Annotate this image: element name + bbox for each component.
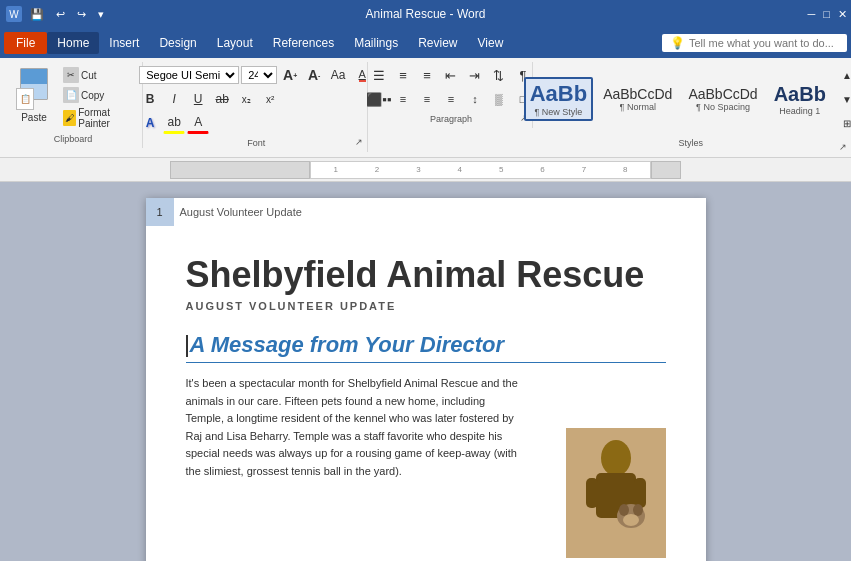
svg-point-7 <box>619 504 629 516</box>
align-left-button[interactable]: ⬛▪▪ <box>368 88 390 110</box>
italic-button[interactable]: I <box>163 88 185 110</box>
copy-button[interactable]: 📄 Copy <box>60 86 136 104</box>
strikethrough-button[interactable]: ab <box>211 88 233 110</box>
styles-more[interactable]: ⊞ <box>836 112 851 134</box>
menu-design[interactable]: Design <box>149 32 206 54</box>
menu-review[interactable]: Review <box>408 32 467 54</box>
multilevel-button[interactable]: ≡ <box>416 64 438 86</box>
paragraph-label: Paragraph <box>376 114 525 124</box>
svg-rect-4 <box>586 478 598 508</box>
font-color-button[interactable]: A <box>187 112 209 134</box>
document-body: It's been a spectacular month for Shelby… <box>186 375 526 481</box>
svg-point-1 <box>601 440 631 476</box>
format-painter-button[interactable]: 🖌 Format Painter <box>60 106 136 130</box>
svg-point-9 <box>623 514 639 526</box>
sort-button[interactable]: ⇅ <box>488 64 510 86</box>
clipboard-label: Clipboard <box>10 134 136 144</box>
font-name-select[interactable]: Segoe UI Semi <box>139 66 239 84</box>
numbering-button[interactable]: ≡ <box>392 64 414 86</box>
menu-view[interactable]: View <box>468 32 514 54</box>
svg-rect-5 <box>634 478 646 508</box>
align-right-button[interactable]: ≡ <box>416 88 438 110</box>
document-title: Shelbyfield Animal Rescue <box>186 254 666 296</box>
customize-button[interactable]: ▾ <box>94 8 108 21</box>
text-effects-button[interactable]: A <box>139 112 161 134</box>
decrease-indent-button[interactable]: ⇤ <box>440 64 462 86</box>
bullets-button[interactable]: ☰ <box>368 64 390 86</box>
minimize-button[interactable]: ─ <box>804 8 820 21</box>
justify-button[interactable]: ≡ <box>440 88 462 110</box>
lightbulb-icon: 💡 <box>670 36 685 50</box>
photo-image <box>566 428 666 558</box>
change-case-button[interactable]: Aa <box>327 64 349 86</box>
style-no-spacing[interactable]: AaBbCcDd ¶ No Spacing <box>682 82 763 117</box>
menu-home[interactable]: Home <box>47 32 99 54</box>
text-highlight-button[interactable]: ab <box>163 112 185 134</box>
subscript-button[interactable]: x₂ <box>235 88 257 110</box>
word-icon: W <box>6 6 22 22</box>
tell-me-input[interactable] <box>689 37 839 49</box>
align-center-button[interactable]: ≡ <box>392 88 414 110</box>
bold-button[interactable]: B <box>139 88 161 110</box>
increase-indent-button[interactable]: ⇥ <box>464 64 486 86</box>
redo-button[interactable]: ↪ <box>73 8 90 21</box>
close-button[interactable]: ✕ <box>834 8 851 21</box>
font-expand-icon[interactable]: ↗ <box>353 136 365 148</box>
ruler: 1 2 3 4 5 6 7 8 <box>310 161 651 179</box>
font-shrink-button[interactable]: A- <box>303 64 325 86</box>
superscript-button[interactable]: x² <box>259 88 281 110</box>
menu-file[interactable]: File <box>4 32 47 54</box>
style-normal[interactable]: AaBbCcDd ¶ Normal <box>597 82 678 117</box>
shading-button[interactable]: ▒ <box>488 88 510 110</box>
maximize-button[interactable]: □ <box>819 8 834 21</box>
document-subtitle: August Volunteer Update <box>186 300 666 312</box>
styles-scroll-up[interactable]: ▲ <box>836 64 851 86</box>
menu-references[interactable]: References <box>263 32 344 54</box>
styles-scroll-down[interactable]: ▼ <box>836 88 851 110</box>
document-heading: A Message from Your Director <box>186 332 666 363</box>
window-title: Animal Rescue - Word <box>366 7 486 21</box>
menu-mailings[interactable]: Mailings <box>344 32 408 54</box>
underline-button[interactable]: U <box>187 88 209 110</box>
nav-label: August Volunteer Update <box>180 206 302 218</box>
menu-layout[interactable]: Layout <box>207 32 263 54</box>
style-new-style[interactable]: AaBb ¶ New Style <box>524 77 593 121</box>
style-heading-1[interactable]: AaBb Heading 1 <box>768 78 832 120</box>
font-size-select[interactable]: 24 <box>241 66 277 84</box>
save-button[interactable]: 💾 <box>26 8 48 21</box>
font-grow-button[interactable]: A+ <box>279 64 301 86</box>
styles-label: Styles <box>541 138 841 148</box>
font-label: Font <box>151 138 361 148</box>
undo-button[interactable]: ↩ <box>52 8 69 21</box>
cut-button[interactable]: ✂ Cut <box>60 66 136 84</box>
line-spacing-button[interactable]: ↕ <box>464 88 486 110</box>
paste-button[interactable]: 📋 Paste <box>10 64 58 127</box>
menu-insert[interactable]: Insert <box>99 32 149 54</box>
svg-point-8 <box>633 504 643 516</box>
page-number: 1 <box>146 198 174 226</box>
